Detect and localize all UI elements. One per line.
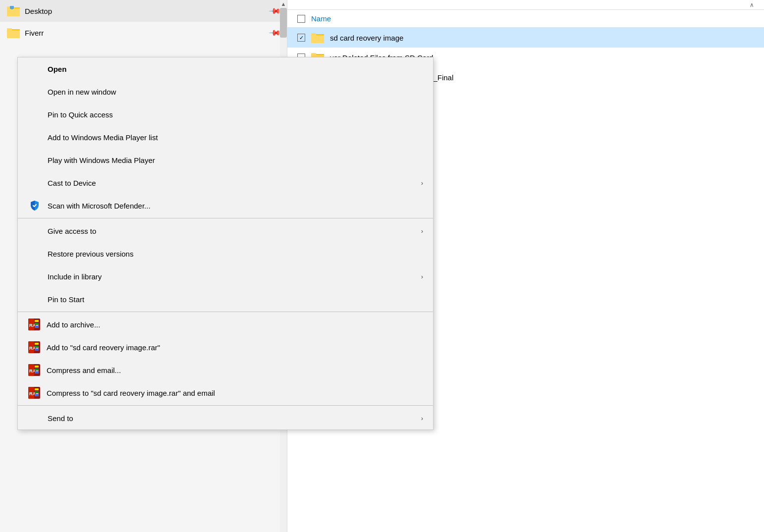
- menu-icon-cast: [28, 176, 42, 190]
- sidebar-fiverr-label: Fiverr: [25, 29, 44, 37]
- svg-rect-37: [35, 366, 39, 368]
- menu-label-open: Open: [48, 65, 423, 73]
- menu-item-compress-email[interactable]: RAR Compress and email...: [18, 359, 433, 381]
- sort-arrow-top: ∧: [750, 1, 754, 8]
- menu-item-add-wmp[interactable]: Add to Windows Media Player list: [18, 126, 433, 149]
- menu-label-cast-device: Cast to Device: [48, 179, 415, 187]
- menu-label-compress-rar-email: Compress to "sd card reovery image.rar" …: [47, 389, 423, 397]
- menu-label-open-new-window: Open in new window: [48, 88, 423, 96]
- menu-item-play-wmp[interactable]: Play with Windows Media Player: [18, 149, 433, 171]
- svg-rect-27: [35, 326, 39, 328]
- menu-label-include-library: Include in library: [48, 272, 415, 281]
- scroll-up-arrow[interactable]: ▲: [281, 1, 286, 7]
- svg-rect-31: [35, 343, 39, 345]
- svg-rect-45: [35, 394, 39, 396]
- rar-icon-3: RAR: [28, 364, 41, 376]
- give-access-arrow-icon: ›: [421, 227, 423, 235]
- svg-rect-43: [35, 388, 39, 390]
- menu-icon-pin: [28, 107, 42, 121]
- svg-rect-33: [35, 349, 39, 351]
- menu-icon-give-access: [28, 224, 42, 238]
- svg-rect-4: [10, 6, 14, 9]
- menu-label-pin-quick-access: Pin to Quick access: [48, 110, 423, 119]
- svg-rect-13: [311, 33, 316, 36]
- include-library-arrow-icon: ›: [421, 273, 423, 280]
- separator-3: [18, 405, 433, 406]
- menu-item-add-rar[interactable]: RAR Add to "sd card reovery image.rar": [18, 336, 433, 359]
- menu-item-cast-device[interactable]: Cast to Device ›: [18, 171, 433, 194]
- context-menu: Open Open in new window Pin to Quick acc…: [17, 57, 434, 430]
- column-header: Name: [287, 10, 764, 28]
- sidebar-item-fiverr[interactable]: Fiverr 📌: [0, 22, 287, 44]
- svg-rect-9: [7, 28, 12, 31]
- menu-label-add-rar: Add to "sd card reovery image.rar": [47, 343, 423, 352]
- cast-arrow-icon: ›: [421, 179, 423, 187]
- menu-label-scan-defender: Scan with Microsoft Defender...: [48, 202, 423, 210]
- svg-rect-12: [311, 35, 324, 42]
- menu-label-restore-versions: Restore previous versions: [48, 250, 423, 258]
- menu-label-give-access: Give access to: [48, 227, 415, 235]
- separator-2: [18, 312, 433, 312]
- menu-item-add-archive[interactable]: RAR Add to archive...: [18, 313, 433, 336]
- menu-icon-send-to: [28, 411, 42, 425]
- sidebar-item-desktop[interactable]: Desktop 📌: [0, 0, 287, 22]
- svg-rect-32: [35, 346, 39, 348]
- folder-icon-fiverr: [7, 27, 20, 38]
- menu-icon-wmp: [28, 130, 42, 144]
- svg-rect-39: [35, 372, 39, 373]
- svg-rect-44: [35, 391, 39, 393]
- menu-icon-open-new-window: [28, 85, 42, 99]
- rar-icon-1: RAR: [28, 318, 41, 331]
- menu-item-open[interactable]: Open: [18, 57, 433, 80]
- svg-rect-17: [311, 53, 316, 55]
- sidebar-item-fiverr-left: Fiverr: [7, 27, 44, 38]
- send-to-arrow-icon: ›: [421, 415, 423, 422]
- file-row-selected[interactable]: ✓ sd card reovery image: [287, 28, 764, 48]
- defender-icon: [28, 199, 42, 213]
- menu-item-restore-versions[interactable]: Restore previous versions: [18, 242, 433, 265]
- folder-icon-file-1: [311, 32, 324, 43]
- menu-item-pin-start[interactable]: Pin to Start: [18, 288, 433, 311]
- menu-icon-open: [28, 62, 42, 76]
- menu-item-pin-quick-access[interactable]: Pin to Quick access: [18, 103, 433, 126]
- svg-rect-8: [7, 30, 20, 37]
- svg-rect-25: [35, 320, 39, 322]
- menu-label-add-wmp: Add to Windows Media Player list: [48, 133, 423, 142]
- menu-item-compress-rar-email[interactable]: RAR Compress to "sd card reovery image.r…: [18, 381, 433, 404]
- menu-label-add-archive: Add to archive...: [47, 320, 423, 329]
- svg-rect-38: [35, 369, 39, 371]
- sidebar-desktop-label: Desktop: [25, 7, 52, 15]
- menu-label-compress-email: Compress and email...: [47, 366, 423, 374]
- scrollbar-thumb[interactable]: [280, 8, 287, 38]
- menu-label-play-wmp: Play with Windows Media Player: [48, 156, 423, 164]
- folder-icon-desktop: [7, 5, 20, 16]
- svg-rect-26: [35, 323, 39, 325]
- menu-item-scan-defender[interactable]: Scan with Microsoft Defender...: [18, 194, 433, 217]
- menu-icon-pin-start: [28, 292, 42, 306]
- rar-icon-4: RAR: [28, 386, 41, 399]
- menu-item-send-to[interactable]: Send to ›: [18, 407, 433, 429]
- menu-label-send-to: Send to: [48, 414, 415, 423]
- menu-item-give-access[interactable]: Give access to ›: [18, 219, 433, 242]
- menu-item-open-new-window[interactable]: Open in new window: [18, 80, 433, 103]
- file-name-1: sd card reovery image: [330, 34, 403, 42]
- rar-icon-2: RAR: [28, 341, 41, 354]
- column-header-checkbox[interactable]: [297, 15, 305, 23]
- menu-icon-library: [28, 269, 42, 283]
- column-name-label[interactable]: Name: [311, 14, 331, 23]
- file-checkbox-1[interactable]: ✓: [297, 34, 305, 42]
- sidebar-item-desktop-left: Desktop: [7, 5, 52, 16]
- menu-icon-restore: [28, 247, 42, 261]
- menu-item-include-library[interactable]: Include in library ›: [18, 265, 433, 288]
- menu-icon-play-wmp: [28, 153, 42, 167]
- svg-rect-5: [11, 9, 13, 9]
- separator-1: [18, 218, 433, 218]
- menu-label-pin-start: Pin to Start: [48, 295, 423, 304]
- svg-rect-2: [7, 8, 20, 15]
